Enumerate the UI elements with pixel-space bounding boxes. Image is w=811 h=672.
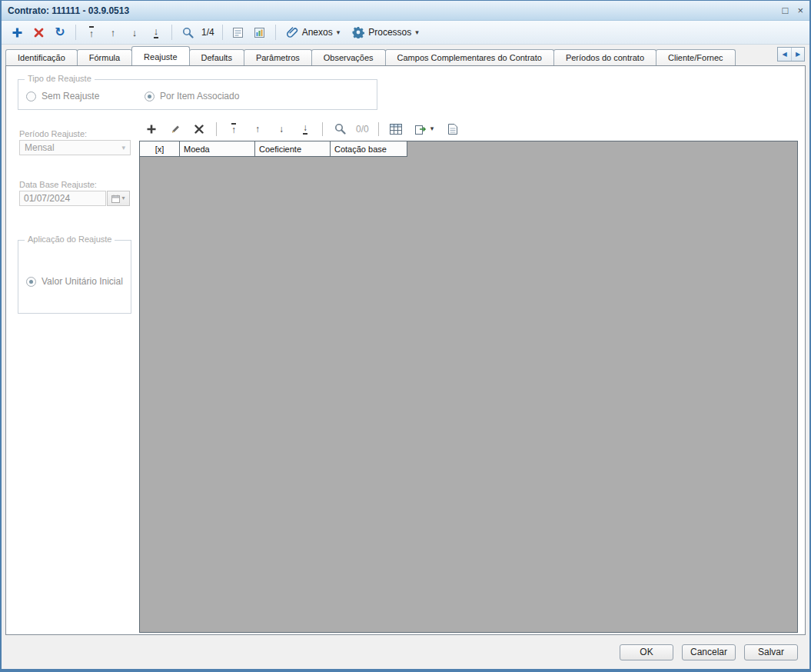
pencil-icon xyxy=(170,124,181,135)
radio-circle-icon xyxy=(145,91,155,101)
maximize-button[interactable]: □ xyxy=(783,5,789,15)
data-base-reajuste-label: Data Base Reajuste: xyxy=(19,180,97,189)
separator xyxy=(216,122,217,136)
last-row-icon: ↓ xyxy=(303,123,307,135)
chart-view-button[interactable] xyxy=(252,24,268,41)
separator xyxy=(75,25,76,40)
tab-identificacao[interactable]: Identificação xyxy=(5,49,78,65)
tab-strip: Identificação Fórmula Reajuste Defaults … xyxy=(2,45,809,65)
tab-scroll-left-button[interactable]: ◀ xyxy=(778,48,791,61)
tab-observacoes[interactable]: Observações xyxy=(311,49,386,65)
calendar-icon xyxy=(111,195,120,203)
record-counter: 1/4 xyxy=(201,27,214,38)
tab-cliente-fornec[interactable]: Cliente/Fornec xyxy=(656,49,736,65)
separator xyxy=(222,25,223,40)
plus-icon xyxy=(147,125,156,134)
radio-label: Sem Reajuste xyxy=(42,91,99,101)
search-button[interactable] xyxy=(180,24,195,41)
grid-add-button[interactable] xyxy=(144,121,159,138)
search-icon xyxy=(334,123,346,135)
grid-export-dropdown[interactable]: ▾ xyxy=(412,122,437,136)
data-base-reajuste-field: 01/07/2024 ▾ xyxy=(19,191,130,206)
ok-button[interactable]: OK xyxy=(620,644,673,660)
delete-record-button[interactable] xyxy=(31,24,46,41)
footer-button-bar: OK Cancelar Salvar xyxy=(2,635,809,669)
grid-columns-button[interactable] xyxy=(388,121,404,138)
anexos-dropdown[interactable]: Anexos ▾ xyxy=(284,25,344,40)
gear-icon xyxy=(352,26,364,38)
close-button[interactable]: × xyxy=(797,5,803,15)
form-view-button[interactable] xyxy=(231,24,246,41)
radio-sem-reajuste[interactable]: Sem Reajuste xyxy=(26,91,99,101)
separator xyxy=(171,25,172,40)
main-toolbar: ↻ ↑ ↑ ↓ ↓ 1/4 Anexos ▾ xyxy=(2,21,809,45)
next-record-button[interactable]: ↓ xyxy=(127,24,142,41)
tab-scroll-right-button[interactable]: ▶ xyxy=(791,48,804,61)
radio-por-item-associado[interactable]: Por Item Associado xyxy=(145,91,239,101)
processos-dropdown[interactable]: Processos ▾ xyxy=(349,25,422,40)
paperclip-icon xyxy=(287,26,298,38)
radio-label: Por Item Associado xyxy=(160,91,239,101)
window-title: Contrato: 111111 - 03.9.0513 xyxy=(8,5,129,16)
periodo-reajuste-select[interactable]: Mensal ▾ xyxy=(19,140,131,155)
grid-search-button[interactable] xyxy=(332,121,347,138)
reajuste-grid-panel: ↑ ↑ ↓ ↓ 0/0 xyxy=(139,117,798,633)
tab-campos-complementares[interactable]: Campos Complementares do Contrato xyxy=(385,49,554,65)
tab-reajuste[interactable]: Reajuste xyxy=(131,46,189,65)
search-icon xyxy=(182,27,194,38)
tab-scroll-box: ◀ ▶ xyxy=(777,47,805,62)
last-record-button[interactable]: ↓ xyxy=(148,24,164,41)
radio-valor-unitario-inicial[interactable]: Valor Unitário Inicial xyxy=(26,276,123,287)
periodo-reajuste-label: Período Reajuste: xyxy=(19,129,87,138)
grid-edit-button[interactable] xyxy=(168,121,183,138)
first-row-icon: ↑ xyxy=(231,123,236,135)
column-header-moeda[interactable]: Moeda xyxy=(180,141,255,157)
date-input[interactable]: 01/07/2024 xyxy=(19,191,106,206)
aplicacao-reajuste-group-label: Aplicação do Reajuste xyxy=(25,235,115,244)
down-arrow-icon: ↓ xyxy=(279,125,284,134)
separator xyxy=(275,25,276,40)
tab-defaults[interactable]: Defaults xyxy=(189,49,244,65)
grid-body-empty[interactable] xyxy=(140,157,797,632)
separator xyxy=(322,122,323,136)
form-view-icon xyxy=(232,27,244,38)
grid-next-row-button[interactable]: ↓ xyxy=(274,121,289,138)
chevron-down-icon: ▾ xyxy=(337,29,341,36)
grid-header-row: [x] Moeda Coeficiente Cotação base xyxy=(140,141,797,157)
chevron-down-icon: ▾ xyxy=(415,29,419,36)
chevron-down-icon: ▾ xyxy=(430,125,434,132)
cancel-button[interactable]: Cancelar xyxy=(682,644,736,660)
down-arrow-icon: ↓ xyxy=(132,28,138,38)
grid-report-button[interactable] xyxy=(445,121,460,138)
report-document-icon xyxy=(448,124,457,135)
previous-record-button[interactable]: ↑ xyxy=(105,24,121,41)
radio-label: Valor Unitário Inicial xyxy=(42,276,123,287)
grid-delete-button[interactable] xyxy=(191,121,207,138)
tab-periodos-contrato[interactable]: Períodos do contrato xyxy=(553,49,656,65)
save-button[interactable]: Salvar xyxy=(744,644,798,660)
up-arrow-icon: ↑ xyxy=(255,125,260,134)
first-record-button[interactable]: ↑ xyxy=(84,24,99,41)
refresh-icon: ↻ xyxy=(55,26,65,38)
grid-last-row-button[interactable]: ↓ xyxy=(297,121,313,138)
first-record-icon: ↑ xyxy=(89,26,95,38)
column-header-cotacao-base[interactable]: Cotação base xyxy=(331,141,407,157)
export-icon xyxy=(415,124,427,135)
column-header-coeficiente[interactable]: Coeficiente xyxy=(255,141,331,157)
column-header-selector[interactable]: [x] xyxy=(140,141,180,157)
refresh-button[interactable]: ↻ xyxy=(52,24,68,41)
grid-previous-row-button[interactable]: ↑ xyxy=(250,121,265,138)
plus-icon xyxy=(12,28,22,38)
chevron-down-icon: ▾ xyxy=(121,195,125,201)
periodo-reajuste-value: Mensal xyxy=(25,142,55,153)
aplicacao-reajuste-groupbox: Aplicação do Reajuste Valor Unitário Ini… xyxy=(18,240,131,314)
grid-first-row-button[interactable]: ↑ xyxy=(226,121,241,138)
processos-label: Processos xyxy=(368,27,411,38)
tab-parametros[interactable]: Parâmetros xyxy=(244,49,312,65)
add-record-button[interactable] xyxy=(9,24,25,41)
calendar-picker-button[interactable]: ▾ xyxy=(107,191,130,206)
reajuste-tab-panel: Tipo de Reajuste Sem Reajuste Por Item A… xyxy=(5,65,806,635)
delete-x-icon xyxy=(194,125,204,134)
tab-formula[interactable]: Fórmula xyxy=(77,49,132,65)
table-columns-icon xyxy=(390,124,402,135)
